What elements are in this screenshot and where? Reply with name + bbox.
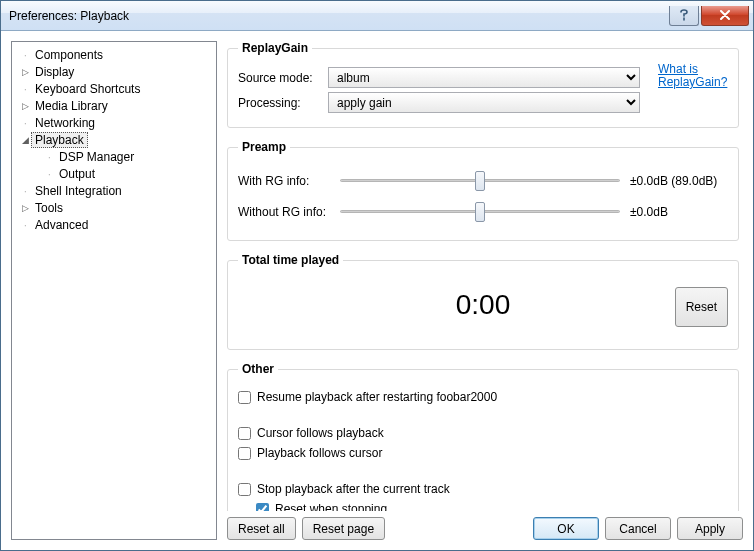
stop-after-label: Stop playback after the current track: [257, 482, 450, 496]
tree-collapsed-icon[interactable]: ▷: [20, 203, 31, 213]
reset-total-button[interactable]: Reset: [675, 287, 728, 327]
reset-when-stopping-label: Reset when stopping: [275, 502, 387, 511]
link-text-line2: ReplayGain?: [658, 75, 727, 89]
tree-label: Media Library: [31, 98, 112, 114]
without-rg-value: ±0.0dB: [618, 205, 728, 219]
reset-all-button[interactable]: Reset all: [227, 517, 296, 540]
preamp-legend: Preamp: [238, 140, 290, 154]
replaygain-legend: ReplayGain: [238, 41, 312, 55]
tree-item-components[interactable]: · Components: [14, 46, 214, 63]
apply-button[interactable]: Apply: [677, 517, 743, 540]
close-button[interactable]: [701, 6, 749, 26]
titlebar: Preferences: Playback: [1, 1, 753, 31]
without-rg-slider[interactable]: [340, 201, 620, 221]
total-time-value: 0:00: [456, 289, 511, 321]
tree-label: Networking: [31, 115, 99, 131]
tree-item-keyboard-shortcuts[interactable]: · Keyboard Shortcuts: [14, 80, 214, 97]
total-time-group: Total time played 0:00 Reset: [227, 253, 739, 350]
playback-follows-label: Playback follows cursor: [257, 446, 382, 460]
stop-after-checkbox[interactable]: [238, 483, 251, 496]
playback-follows-checkbox[interactable]: [238, 447, 251, 460]
body: · Components ▷ Display · Keyboard Shortc…: [1, 31, 753, 550]
tree-collapsed-icon[interactable]: ▷: [20, 67, 31, 77]
total-time-legend: Total time played: [238, 253, 343, 267]
close-icon: [719, 10, 731, 20]
cursor-follows-label: Cursor follows playback: [257, 426, 384, 440]
tree-item-dsp-manager[interactable]: · DSP Manager: [14, 148, 214, 165]
tree-label: Advanced: [31, 217, 92, 233]
category-tree[interactable]: · Components ▷ Display · Keyboard Shortc…: [11, 41, 217, 540]
help-button[interactable]: [669, 6, 699, 26]
tree-dot-icon: ·: [44, 150, 55, 164]
tree-dot-icon: ·: [20, 218, 31, 232]
tree-expanded-icon[interactable]: ◢: [20, 135, 31, 145]
footer: Reset all Reset page OK Cancel Apply: [227, 511, 743, 540]
tree-dot-icon: ·: [20, 116, 31, 130]
tree-label: Shell Integration: [31, 183, 126, 199]
processing-select[interactable]: apply gain: [328, 92, 640, 113]
tree-collapsed-icon[interactable]: ▷: [20, 101, 31, 111]
resume-playback-label: Resume playback after restarting foobar2…: [257, 390, 497, 404]
content: ReplayGain Source mode: album Processing…: [227, 41, 743, 511]
preamp-group: Preamp With RG info: ±0.0dB (89.0dB) Wit…: [227, 140, 739, 241]
ok-button[interactable]: OK: [533, 517, 599, 540]
tree-dot-icon: ·: [44, 167, 55, 181]
tree-label: Tools: [31, 200, 67, 216]
source-mode-label: Source mode:: [238, 71, 328, 85]
reset-when-stopping-checkbox[interactable]: [256, 503, 269, 512]
preferences-window: Preferences: Playback · Components ▷ D: [0, 0, 754, 551]
help-icon: [679, 9, 689, 21]
tree-label: Display: [31, 64, 78, 80]
tree-label: Output: [55, 166, 99, 182]
tree-item-playback[interactable]: ◢ Playback: [14, 131, 214, 148]
without-rg-label: Without RG info:: [238, 205, 338, 219]
tree-label: DSP Manager: [55, 149, 138, 165]
window-title: Preferences: Playback: [9, 9, 667, 23]
tree-item-media-library[interactable]: ▷ Media Library: [14, 97, 214, 114]
tree-label: Components: [31, 47, 107, 63]
tree-item-output[interactable]: · Output: [14, 165, 214, 182]
other-legend: Other: [238, 362, 278, 376]
replaygain-group: ReplayGain Source mode: album Processing…: [227, 41, 739, 128]
reset-page-button[interactable]: Reset page: [302, 517, 385, 540]
with-rg-label: With RG info:: [238, 174, 338, 188]
source-mode-select[interactable]: album: [328, 67, 640, 88]
tree-item-tools[interactable]: ▷ Tools: [14, 199, 214, 216]
tree-item-advanced[interactable]: · Advanced: [14, 216, 214, 233]
tree-item-shell-integration[interactable]: · Shell Integration: [14, 182, 214, 199]
what-is-replaygain-link[interactable]: What is ReplayGain?: [658, 63, 728, 117]
cancel-button[interactable]: Cancel: [605, 517, 671, 540]
tree-item-networking[interactable]: · Networking: [14, 114, 214, 131]
tree-label: Playback: [31, 132, 88, 148]
with-rg-value: ±0.0dB (89.0dB): [618, 174, 728, 188]
tree-dot-icon: ·: [20, 184, 31, 198]
tree-dot-icon: ·: [20, 48, 31, 62]
cursor-follows-checkbox[interactable]: [238, 427, 251, 440]
other-group: Other Resume playback after restarting f…: [227, 362, 739, 511]
main-panel: ReplayGain Source mode: album Processing…: [227, 41, 743, 540]
link-text-line1: What is: [658, 62, 698, 76]
tree-dot-icon: ·: [20, 82, 31, 96]
processing-label: Processing:: [238, 96, 328, 110]
tree-item-display[interactable]: ▷ Display: [14, 63, 214, 80]
window-buttons: [667, 6, 749, 26]
resume-playback-checkbox[interactable]: [238, 391, 251, 404]
tree-label: Keyboard Shortcuts: [31, 81, 144, 97]
with-rg-slider[interactable]: [340, 170, 620, 190]
